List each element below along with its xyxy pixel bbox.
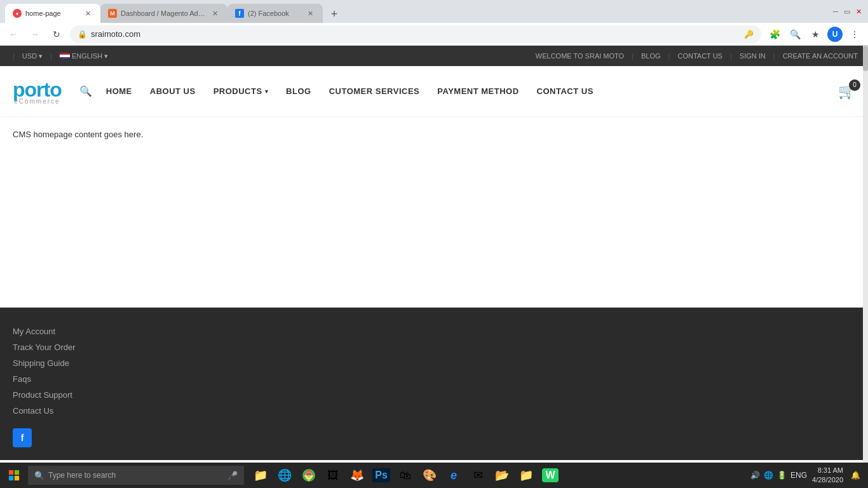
header-search-button[interactable]: 🔍 [74, 80, 97, 102]
tab-close-1[interactable]: ✕ [83, 8, 93, 18]
products-dropdown-arrow: ▾ [265, 88, 269, 95]
tab-favicon-3: f [235, 9, 244, 18]
extensions-button[interactable]: 🧩 [766, 26, 783, 43]
scrollbar-thumb[interactable] [863, 46, 868, 71]
browser-window-controls: ─ ▭ ✕ [831, 7, 863, 16]
tab-favicon-2: M [108, 9, 117, 18]
currency-arrow: ▾ [39, 52, 43, 60]
footer-shipping-guide[interactable]: Shipping Guide [13, 358, 855, 368]
flag-icon [60, 53, 70, 59]
maximize-button[interactable]: ▭ [843, 7, 851, 16]
currency-selector[interactable]: USD ▾ [22, 52, 43, 60]
back-button[interactable]: ← [5, 26, 22, 43]
new-tab-button[interactable]: + [325, 5, 343, 23]
divider-1: | [13, 52, 15, 60]
nav-blog[interactable]: BLOG [277, 66, 320, 117]
user-avatar[interactable]: U [827, 27, 843, 42]
social-icons: f [13, 428, 855, 447]
address-box[interactable]: 🔒 sraimoto.com 🔑 [70, 25, 761, 43]
site-header: porto eCommerce 🔍 HOME ABOUT US PRODUCTS… [0, 66, 868, 117]
browser-address-bar: ← → ↻ 🔒 sraimoto.com 🔑 🧩 🔍 ★ U ⋮ [0, 23, 868, 46]
logo-area[interactable]: porto eCommerce [13, 78, 62, 105]
address-text: sraimoto.com [91, 29, 740, 39]
main-content: CMS homepage content goes here. [0, 117, 868, 308]
tab-title-2: Dashboard / Magento Admin [121, 10, 206, 17]
language-selector[interactable]: ENGLISH ▾ [60, 52, 108, 60]
minimize-button[interactable]: ─ [831, 7, 840, 16]
divider-2: | [50, 52, 52, 60]
cart-count-badge: 0 [849, 79, 860, 91]
footer-my-account[interactable]: My Account [13, 327, 855, 336]
browser-tabs: ● home-page ✕ M Dashboard / Magento Admi… [5, 0, 343, 23]
top-bar: | USD ▾ | ENGLISH ▾ WELCOME TO SRAI MOTO… [0, 46, 868, 66]
top-bar-right: WELCOME TO SRAI MOTO | BLOG | CONTACT US… [536, 52, 858, 60]
main-navigation: HOME ABOUT US PRODUCTS ▾ BLOG CUTOMER SE… [97, 66, 838, 117]
footer-contact-us[interactable]: Contact Us [13, 406, 855, 416]
browser-tab-2[interactable]: M Dashboard / Magento Admin ✕ [100, 4, 227, 23]
lock-icon: 🔒 [78, 30, 87, 39]
currency-label: USD [22, 52, 37, 60]
top-bar-left: | USD ▾ | ENGLISH ▾ [10, 52, 108, 60]
browser-tab-1[interactable]: ● home-page ✕ [5, 4, 100, 23]
topbar-blog[interactable]: BLOG [641, 52, 661, 60]
address-icons: 🔑 [744, 30, 754, 39]
topbar-create-account[interactable]: CREATE AN ACCOUNT [783, 52, 858, 60]
nav-home[interactable]: HOME [97, 66, 141, 117]
footer-track-order[interactable]: Track Your Order [13, 342, 855, 352]
facebook-icon: f [21, 433, 24, 443]
cms-content-text: CMS homepage content goes here. [13, 130, 855, 139]
topbar-contact[interactable]: CONTACT US [677, 52, 722, 60]
tab-close-3[interactable]: ✕ [305, 8, 315, 18]
language-label: ENGLISH [72, 52, 102, 60]
site-footer: My Account Track Your Order Shipping Gui… [0, 308, 868, 460]
browser-right-icons: 🧩 🔍 ★ U ⋮ [766, 26, 863, 43]
website-content: | USD ▾ | ENGLISH ▾ WELCOME TO SRAI MOTO… [0, 46, 868, 460]
key-icon: 🔑 [744, 30, 754, 39]
search-icon[interactable]: 🔍 [787, 26, 803, 43]
nav-customer-services[interactable]: CUTOMER SERVICES [320, 66, 429, 117]
refresh-button[interactable]: ↻ [48, 26, 65, 43]
tab-favicon-1: ● [13, 9, 22, 18]
tab-title-1: home-page [25, 10, 79, 17]
browser-title-bar: ● home-page ✕ M Dashboard / Magento Admi… [0, 0, 868, 23]
bookmark-icon[interactable]: ★ [807, 26, 824, 43]
topbar-welcome: WELCOME TO SRAI MOTO [536, 52, 624, 60]
close-window-button[interactable]: ✕ [854, 7, 863, 16]
tab-close-2[interactable]: ✕ [210, 8, 220, 18]
logo-sub: eCommerce [13, 98, 62, 105]
footer-product-support[interactable]: Product Support [13, 390, 855, 400]
facebook-button[interactable]: f [13, 428, 32, 447]
nav-about[interactable]: ABOUT US [141, 66, 205, 117]
scrollbar-track[interactable] [863, 46, 868, 460]
tab-title-3: (2) Facebook [248, 10, 301, 17]
nav-contact[interactable]: CONTACT US [528, 66, 602, 117]
footer-links: My Account Track Your Order Shipping Gui… [13, 327, 855, 416]
forward-button[interactable]: → [27, 26, 43, 43]
topbar-signin[interactable]: SIGN IN [740, 52, 766, 60]
nav-products[interactable]: PRODUCTS ▾ [205, 66, 277, 117]
nav-payment[interactable]: PAYMENT METHOD [428, 66, 527, 117]
footer-faqs[interactable]: Faqs [13, 374, 855, 384]
cart-button[interactable]: 🛒 0 [838, 83, 855, 100]
browser-tab-3[interactable]: f (2) Facebook ✕ [227, 4, 323, 23]
lang-arrow: ▾ [104, 52, 108, 60]
menu-icon[interactable]: ⋮ [846, 26, 863, 43]
browser-chrome: ● home-page ✕ M Dashboard / Magento Admi… [0, 0, 868, 46]
